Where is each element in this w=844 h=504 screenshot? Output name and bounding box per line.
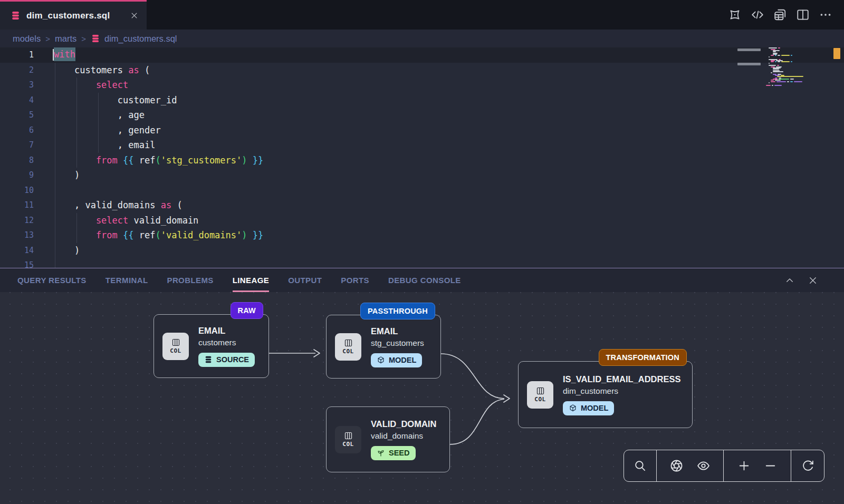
code-text: select xyxy=(53,80,128,90)
code-text: customer_id xyxy=(53,95,177,105)
line-number: 13 xyxy=(0,230,34,240)
toolbar-group xyxy=(724,450,791,481)
scrollbar-marker[interactable] xyxy=(833,48,840,59)
column-tile-label: COL xyxy=(342,348,353,355)
code-line-14[interactable]: 14) xyxy=(0,243,844,258)
code-line-1[interactable]: 1with xyxy=(0,47,844,63)
panel-actions xyxy=(785,268,818,293)
code-text: , gender xyxy=(53,125,161,135)
node-type-label: SEED xyxy=(389,449,410,457)
copy-table-icon[interactable] xyxy=(773,8,787,22)
code-text: , valid_domains as ( xyxy=(53,200,183,210)
line-number: 11 xyxy=(0,200,34,210)
close-icon[interactable] xyxy=(808,276,818,285)
code-text: select valid_domain xyxy=(53,215,198,226)
line-number: 9 xyxy=(0,170,34,180)
chevron-up-icon[interactable] xyxy=(785,276,794,285)
toolbar-group xyxy=(791,450,824,481)
lineage-node-valid_domains[interactable]: COLVALID_DOMAINvalid_domainsSEED xyxy=(326,406,450,472)
line-number: 6 xyxy=(0,125,34,135)
lineage-node-stg_customers[interactable]: PASSTHROUGHCOLEMAILstg_customersMODEL xyxy=(326,315,441,379)
tab-title: dim_customers.sql xyxy=(26,11,124,21)
code-line-4[interactable]: 4customer_id xyxy=(0,93,844,108)
code-line-3[interactable]: 3select xyxy=(0,77,844,93)
code-line-11[interactable]: 11, valid_domains as ( xyxy=(0,198,844,213)
breadcrumb-file-label: dim_customers.sql xyxy=(104,34,177,44)
code-line-10[interactable]: 10 xyxy=(0,183,844,198)
breadcrumb-file[interactable]: dim_customers.sql xyxy=(91,34,177,44)
node-model-name: valid_domains xyxy=(371,431,436,441)
columns-icon xyxy=(171,338,181,347)
lineage-toolbar xyxy=(624,450,824,482)
eye-icon[interactable] xyxy=(697,459,710,472)
refresh-icon[interactable] xyxy=(801,459,814,472)
columns-icon xyxy=(343,338,353,347)
panel-tab-output[interactable]: OUTPUT xyxy=(288,268,322,292)
column-tile: COL xyxy=(162,333,189,360)
code-line-12[interactable]: 12select valid_domain xyxy=(0,213,844,228)
code-line-7[interactable]: 7, email xyxy=(0,138,844,153)
line-number: 10 xyxy=(0,186,34,195)
code-line-5[interactable]: 5, age xyxy=(0,108,844,123)
node-type-label: MODEL xyxy=(389,356,416,364)
plus-icon[interactable] xyxy=(737,459,751,472)
search-icon[interactable] xyxy=(634,459,647,472)
lineage-canvas[interactable]: RAWCOLEMAILcustomersSOURCEPASSTHROUGHCOL… xyxy=(0,292,844,504)
breadcrumb-segment-marts[interactable]: marts xyxy=(55,34,76,44)
code-line-2[interactable]: 2customers as ( xyxy=(0,63,844,78)
node-model-name: customers xyxy=(198,338,255,347)
bottom-panel-tab-bar: QUERY RESULTSTERMINALPROBLEMSLINEAGEOUTP… xyxy=(0,268,844,292)
split-editor-icon[interactable] xyxy=(796,8,810,22)
overview-ruler-mark xyxy=(737,49,761,51)
breadcrumb-separator: > xyxy=(45,34,50,43)
lineage-node-customers[interactable]: RAWCOLEMAILcustomersSOURCE xyxy=(154,314,269,378)
line-number: 12 xyxy=(0,216,34,225)
dbt-logo-icon[interactable] xyxy=(728,8,742,22)
panel-tab-terminal[interactable]: TERMINAL xyxy=(106,268,148,292)
node-model-name: dim_customers xyxy=(563,386,680,396)
panel-tab-query-results[interactable]: QUERY RESULTS xyxy=(17,268,87,292)
tab-dim-customers[interactable]: dim_customers.sql xyxy=(0,0,147,30)
node-model-name: stg_customers xyxy=(371,338,424,348)
close-tab-icon[interactable] xyxy=(130,12,138,20)
editor-tab-bar: dim_customers.sql xyxy=(0,0,844,30)
node-type-label: SOURCE xyxy=(216,355,249,364)
code-icon[interactable] xyxy=(751,8,764,22)
line-number: 4 xyxy=(0,95,34,105)
line-number: 15 xyxy=(0,260,34,268)
code-line-6[interactable]: 6, gender xyxy=(0,123,844,138)
code-line-13[interactable]: 13from {{ ref('valid_domains') }} xyxy=(0,228,844,243)
panel-tab-debug-console[interactable]: DEBUG CONSOLE xyxy=(388,268,461,292)
code-line-8[interactable]: 8from {{ ref('stg_customers') }} xyxy=(0,153,844,168)
code-line-9[interactable]: 9) xyxy=(0,168,844,183)
panel-tab-lineage[interactable]: LINEAGE xyxy=(233,268,269,292)
panel-tab-problems[interactable]: PROBLEMS xyxy=(167,268,213,292)
node-type-pill-seed[interactable]: SEED xyxy=(371,446,416,460)
breadcrumb-segment-models[interactable]: models xyxy=(13,34,41,44)
node-badge-passthrough: PASSTHROUGH xyxy=(360,303,435,319)
toolbar-group xyxy=(624,450,657,481)
node-type-pill-model[interactable]: MODEL xyxy=(371,353,422,367)
lineage-node-dim_customers[interactable]: TRANSFORMATIONCOLIS_VALID_EMAIL_ADDRESSd… xyxy=(518,361,693,428)
database-icon xyxy=(11,11,21,21)
overview-ruler-mark xyxy=(737,63,761,65)
code-line-15[interactable]: 15 xyxy=(0,258,844,268)
code-text: , age xyxy=(53,110,145,120)
breadcrumb: models>marts>dim_customers.sql xyxy=(0,30,844,47)
node-type-pill-model[interactable]: MODEL xyxy=(563,401,614,415)
panel-tab-ports[interactable]: PORTS xyxy=(341,268,369,292)
more-icon[interactable] xyxy=(819,8,832,22)
seedling-icon xyxy=(377,449,385,457)
columns-icon xyxy=(535,386,545,395)
aperture-icon[interactable] xyxy=(670,459,683,472)
cube-icon xyxy=(377,356,385,364)
toolbar-group xyxy=(657,450,724,481)
code-text: ) xyxy=(53,170,80,180)
code-text: with xyxy=(53,49,75,61)
database-icon xyxy=(204,355,213,364)
code-editor[interactable]: 1with2customers as (3select4customer_id5… xyxy=(0,47,844,268)
minus-icon[interactable] xyxy=(764,459,777,472)
database-icon xyxy=(91,34,100,43)
code-text: , email xyxy=(53,140,155,150)
node-type-pill-source[interactable]: SOURCE xyxy=(198,353,255,367)
